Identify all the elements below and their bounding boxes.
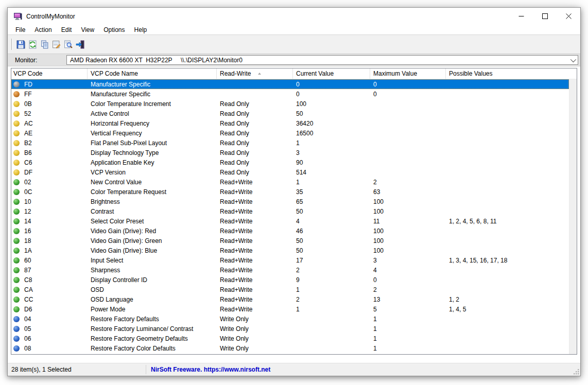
maximum-value-cell	[370, 99, 446, 109]
maximum-value-cell: 4	[370, 265, 446, 275]
read-write-cell: Read+Write	[217, 285, 293, 294]
resize-grip-icon[interactable]	[573, 369, 579, 375]
vertical-scrollbar[interactable]	[569, 79, 577, 354]
current-value-text: 0	[296, 91, 300, 98]
code-cell: AE	[11, 128, 88, 138]
table-row[interactable]: 52Active ControlRead Only50	[11, 109, 569, 118]
close-button[interactable]	[557, 8, 580, 25]
save-button[interactable]	[15, 39, 27, 50]
table-row[interactable]: 14Select Color PresetRead+Write4111, 2, …	[11, 216, 569, 226]
read-write-cell: Read Only	[217, 128, 293, 138]
table-row[interactable]: AEVertical FrequencyRead Only16500	[11, 128, 569, 138]
name-text: Restore Factory Luminance/ Contrast	[91, 325, 193, 332]
minimize-icon	[518, 13, 524, 19]
refresh-button[interactable]	[27, 39, 39, 50]
read-write-text: Write Only	[220, 316, 249, 323]
green-sphere-icon	[13, 287, 20, 293]
menu-help[interactable]: Help	[130, 25, 152, 35]
table-row[interactable]: 06Restore Factory Geometry DefaultsWrite…	[11, 334, 569, 343]
read-write-text: Read Only	[220, 130, 249, 137]
column-header-vcp-code[interactable]: VCP Code	[11, 68, 88, 79]
code-cell: 10	[11, 197, 88, 206]
read-write-cell: Read+Write	[217, 206, 293, 216]
table-row[interactable]: 04Restore Factory DefaultsWrite Only1	[11, 314, 569, 324]
table-row[interactable]: ACHorizontal FrequencyRead Only36420	[11, 118, 569, 128]
table-row[interactable]: DFVCP VersionRead Only514	[11, 167, 569, 177]
read-write-text: Write Only	[220, 325, 249, 332]
nirsoft-link[interactable]: NirSoft Freeware. https://www.nirsoft.ne…	[146, 366, 270, 373]
table-row[interactable]: CAOSDRead+Write12	[11, 285, 569, 294]
table-row[interactable]: 16Video Gain (Drive): RedRead+Write46100	[11, 226, 569, 236]
name-cell: OSD Language	[88, 294, 217, 304]
table-row[interactable]: FDManufacturer Specific00	[11, 79, 569, 89]
menu-options[interactable]: Options	[99, 25, 129, 35]
table-row[interactable]: C6Application Enable KeyRead Only90	[11, 157, 569, 167]
find-button[interactable]	[62, 39, 74, 50]
copy-button[interactable]	[39, 39, 50, 50]
table-row[interactable]: B2Flat Panel Sub-Pixel LayoutRead Only1	[11, 138, 569, 148]
code-text: FD	[24, 81, 32, 88]
current-value-cell: 35	[293, 187, 370, 197]
possible-values-cell	[446, 167, 569, 177]
read-write-cell: Read+Write	[217, 187, 293, 197]
current-value-text: 4	[296, 218, 300, 225]
column-header-vcp-code-name[interactable]: VCP Code Name	[88, 68, 217, 79]
name-text: Color Temperature Increment	[91, 100, 171, 108]
name-cell: Horizontal Frequency	[88, 118, 217, 128]
name-text: Application Enable Key	[91, 159, 154, 166]
maximum-value-cell: 1	[370, 334, 446, 343]
maximum-value-cell: 100	[370, 197, 446, 206]
menu-edit[interactable]: Edit	[57, 25, 77, 35]
yellow-sphere-icon	[13, 169, 20, 176]
table-row[interactable]: 0BColor Temperature IncrementRead Only10…	[11, 99, 569, 109]
menu-view[interactable]: View	[76, 25, 99, 35]
code-cell: C8	[11, 275, 88, 285]
menu-file[interactable]: File	[11, 25, 30, 35]
maximize-button[interactable]	[533, 8, 557, 25]
read-write-text: Read Only	[220, 159, 249, 166]
monitor-select[interactable]: AMD Radeon RX 6600 XT H32P22P \\.\DISPLA…	[66, 55, 578, 65]
possible-values-cell	[446, 128, 569, 138]
column-header-read-write[interactable]: Read-Write	[217, 68, 293, 79]
menu-action[interactable]: Action	[30, 25, 56, 35]
current-value-cell: 90	[293, 157, 370, 167]
name-cell: OSD	[88, 285, 217, 294]
title-bar[interactable]: ControlMyMonitor	[8, 8, 580, 25]
maximum-value-text: 2	[373, 286, 377, 293]
table-row[interactable]: 0CColor Temperature RequestRead+Write356…	[11, 187, 569, 197]
table-row[interactable]: 02New Control ValueRead+Write12	[11, 177, 569, 187]
yellow-sphere-icon	[13, 150, 20, 156]
yellow-sphere-icon	[13, 160, 20, 166]
code-text: 04	[24, 316, 31, 323]
table-row[interactable]: 08Restore Factory Color DefaultsWrite On…	[11, 343, 569, 353]
table-row[interactable]: 60Input SelectRead+Write1731, 3, 4, 15, …	[11, 255, 569, 265]
column-header-current-value[interactable]: Current Value	[293, 68, 370, 79]
refresh-icon	[28, 40, 37, 49]
table-row[interactable]: 18Video Gain (Drive): GreenRead+Write501…	[11, 236, 569, 246]
read-write-text: Read+Write	[220, 179, 252, 186]
table-row[interactable]: D6Power ModeRead+Write151, 4, 5	[11, 304, 569, 314]
table-row[interactable]: 1AVideo Gain (Drive): BlueRead+Write5010…	[11, 246, 569, 255]
table-row[interactable]: 12ContrastRead+Write50100	[11, 206, 569, 216]
table-row[interactable]: 10BrightnessRead+Write65100	[11, 197, 569, 206]
table-row[interactable]: C8Display Controller IDRead+Write90	[11, 275, 569, 285]
code-cell: 14	[11, 216, 88, 226]
green-sphere-icon	[13, 218, 20, 224]
maximum-value-cell	[370, 157, 446, 167]
table-row[interactable]: B6Display Technology TypeRead Only3	[11, 148, 569, 157]
name-cell: Video Gain (Drive): Blue	[88, 246, 217, 255]
table-row[interactable]: FFManufacturer Specific00	[11, 89, 569, 99]
maximum-value-cell: 100	[370, 236, 446, 246]
read-write-cell: Read Only	[217, 118, 293, 128]
table-row[interactable]: 05Restore Factory Luminance/ ContrastWri…	[11, 324, 569, 334]
minimize-button[interactable]	[509, 8, 533, 25]
gray-sphere-icon	[13, 81, 20, 87]
exit-button[interactable]	[74, 39, 86, 50]
possible-values-cell	[446, 118, 569, 128]
blue-sphere-icon	[13, 326, 20, 332]
column-header-possible-values[interactable]: Possible Values	[446, 68, 577, 79]
column-header-maximum-value[interactable]: Maximum Value	[370, 68, 446, 79]
table-row[interactable]: 87SharpnessRead+Write24	[11, 265, 569, 275]
properties-button[interactable]	[50, 39, 62, 50]
table-row[interactable]: CCOSD LanguageRead+Write2131, 2	[11, 294, 569, 304]
